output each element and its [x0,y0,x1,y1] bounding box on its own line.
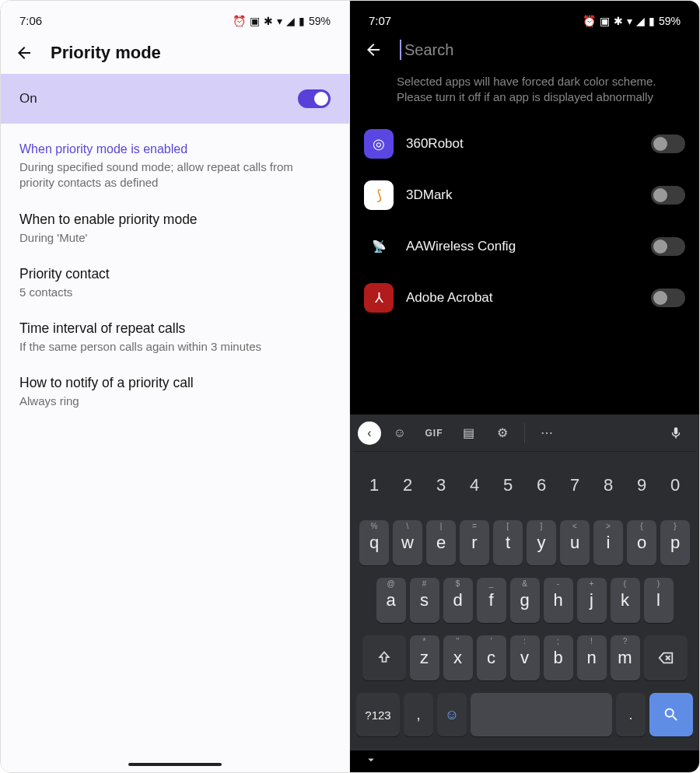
key-o[interactable]: {o [627,520,656,565]
period-key[interactable]: . [616,693,646,736]
symbols-key[interactable]: ?123 [356,693,400,736]
key-v[interactable]: :v [510,635,540,680]
key-8[interactable]: 8 [593,463,623,508]
nav-handle[interactable] [128,763,222,766]
sticker-icon[interactable]: ☺ [384,418,415,449]
page-title: Priority mode [51,43,161,63]
key-d[interactable]: $d [443,578,473,623]
bluetooth-icon: ✱ [614,15,623,27]
key-q[interactable]: %q [359,520,389,565]
signal-icon: ◢ [286,15,295,27]
priority-mode-screen: 7:06 ⏰ ▣ ✱ ▾ ◢ ▮ 59% Priority mode On Wh… [1,1,350,772]
app-toggle[interactable] [651,289,685,307]
key-9[interactable]: 9 [627,463,656,508]
backspace-key[interactable] [644,635,688,680]
app-toggle[interactable] [651,186,685,205]
key-p[interactable]: }p [660,520,690,565]
setting-title: Priority contact [19,266,331,282]
setting-priority-contact[interactable]: Priority contact 5 contacts [19,266,331,300]
app-row-360robot[interactable]: ◎ 360Robot [358,121,691,166]
setting-sub: 5 contacts [19,285,331,300]
key-j[interactable]: +j [577,578,607,623]
cast-icon: ▣ [600,15,610,27]
key-g[interactable]: &g [510,578,540,623]
back-icon[interactable] [15,44,33,62]
setting-sub: Always ring [19,393,331,409]
key-i[interactable]: >i [593,520,623,565]
more-icon[interactable]: ⋯ [531,418,562,449]
key-6[interactable]: 6 [527,463,556,508]
key-n[interactable]: !n [577,635,607,680]
emoji-key[interactable]: ☺ [437,693,467,736]
shift-key[interactable] [362,635,406,680]
setting-sub: If the same person calls again within 3 … [19,339,331,355]
key-y[interactable]: ]y [527,520,556,565]
app-name: 3DMark [406,187,639,203]
settings-gear-icon[interactable]: ⚙ [487,418,518,449]
back-icon[interactable] [364,40,383,59]
master-toggle-switch[interactable] [298,89,331,108]
key-u[interactable]: <u [560,520,590,565]
number-row: 1234567890 [355,463,695,508]
screen-description: Selected apps will have forced dark colo… [350,71,699,118]
comma-key[interactable]: , [404,693,433,736]
key-x[interactable]: "x [443,635,473,680]
key-2[interactable]: 2 [393,463,422,508]
key-c[interactable]: 'c [477,635,506,680]
app-row-acrobat[interactable]: ⅄ Adobe Acrobat [358,275,691,320]
on-screen-keyboard: ‹ ☺ GIF ▤ ⚙ ⋯ 1234567890 %q\w|e=r[t]y<u>… [350,414,699,750]
gif-button[interactable]: GIF [418,418,450,449]
key-0[interactable]: 0 [660,463,690,508]
key-t[interactable]: [t [493,520,523,565]
key-a[interactable]: @a [376,578,406,623]
master-toggle-row[interactable]: On [1,74,349,124]
app-row-aawireless[interactable]: 📡 AAWireless Config [358,224,691,269]
keyboard-rows: 1234567890 %q\w|e=r[t]y<u>i{o}p @a#s$d_f… [353,452,696,750]
battery-text: 59% [659,15,681,27]
key-h[interactable]: -h [544,578,573,623]
mic-icon[interactable] [660,418,691,449]
alarm-icon: ⏰ [583,15,596,27]
key-l[interactable]: )l [644,578,674,623]
key-w[interactable]: \w [393,520,422,565]
setting-title: Time interval of repeat calls [19,320,331,337]
app-list: ◎ 360Robot ⟆ 3DMark 📡 AAWireless Config … [350,118,699,320]
header: Priority mode [1,29,349,74]
search-action-key[interactable] [649,693,693,736]
key-k[interactable]: (k [611,578,640,623]
key-f[interactable]: _f [477,578,506,623]
key-5[interactable]: 5 [493,463,523,508]
key-z[interactable]: *z [410,635,439,680]
key-m[interactable]: ?m [611,635,640,680]
section-title: When priority mode is enabled [19,142,331,156]
setting-title: How to notify of a priority call [19,375,331,391]
clipboard-icon[interactable]: ▤ [453,418,484,449]
key-4[interactable]: 4 [460,463,489,508]
key-r[interactable]: =r [460,520,489,565]
key-7[interactable]: 7 [560,463,590,508]
nav-collapse-icon[interactable] [364,753,378,767]
key-3[interactable]: 3 [426,463,456,508]
key-e[interactable]: |e [426,520,456,565]
app-icon: ⅄ [364,283,394,313]
key-b[interactable]: ;b [544,635,573,680]
app-name: 360Robot [406,136,639,152]
app-toggle[interactable] [651,237,685,256]
status-bar: 7:07 ⏰ ▣ ✱ ▾ ◢ ▮ 59% [350,1,699,29]
setting-how-notify[interactable]: How to notify of a priority call Always … [19,375,331,409]
space-key[interactable] [471,693,612,736]
app-row-3dmark[interactable]: ⟆ 3DMark [358,173,691,218]
letter-row-3: *z"x'c:v;b!n?m [355,635,695,680]
search-input[interactable] [400,40,685,60]
key-1[interactable]: 1 [359,463,389,508]
search-header [350,29,699,71]
app-icon: ◎ [364,129,394,159]
setting-time-interval[interactable]: Time interval of repeat calls If the sam… [19,320,331,355]
keyboard-toolbar: ‹ ☺ GIF ▤ ⚙ ⋯ [353,414,696,452]
battery-text: 59% [309,15,331,27]
setting-title: When to enable priority mode [19,212,331,228]
setting-when-enable[interactable]: When to enable priority mode During 'Mut… [19,212,331,246]
app-toggle[interactable] [651,135,685,153]
collapse-toolbar-icon[interactable]: ‹ [358,421,381,445]
key-s[interactable]: #s [410,578,439,623]
